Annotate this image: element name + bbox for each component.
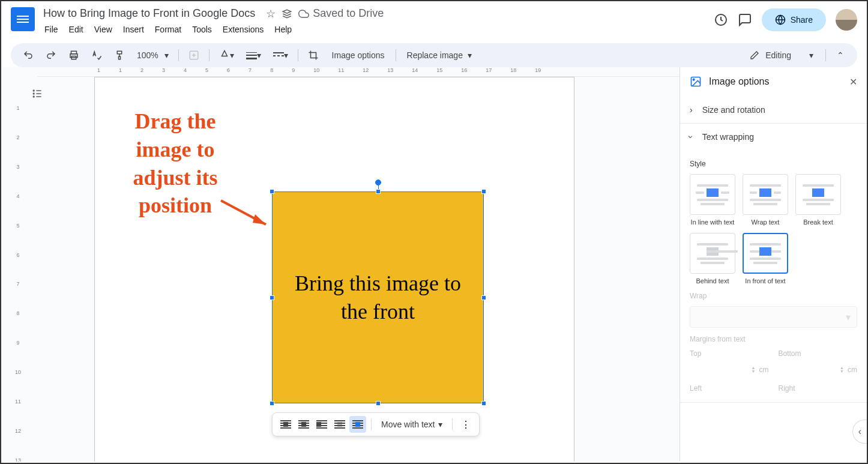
- svg-rect-12: [282, 55, 284, 56]
- style-infront[interactable]: [743, 233, 788, 274]
- in-front-of-text-button[interactable]: [349, 416, 366, 433]
- chevron-down-icon: ›: [686, 136, 696, 139]
- replace-image-button[interactable]: Replace image ▾: [401, 47, 478, 64]
- wrap-text-button[interactable]: [295, 416, 312, 433]
- toolbar: 100% ▾ ▾ ▾ ▾ Image options Replace image…: [11, 43, 857, 67]
- document-area: 112345678910111213141516171819 123456789…: [1, 67, 680, 462]
- redo-button[interactable]: [41, 46, 61, 64]
- resize-handle-t[interactable]: [376, 189, 381, 194]
- style-inline-label: In line with text: [691, 218, 735, 226]
- svg-rect-11: [277, 55, 280, 56]
- undo-button[interactable]: [18, 46, 38, 64]
- style-behind[interactable]: [690, 233, 735, 274]
- wrap-label: Wrap: [690, 292, 857, 300]
- more-options-button[interactable]: ⋮: [457, 416, 474, 433]
- size-rotation-section[interactable]: › Size and rotation: [680, 97, 867, 123]
- svg-point-19: [693, 79, 695, 80]
- spellcheck-button[interactable]: [86, 46, 107, 64]
- svg-point-13: [33, 90, 34, 91]
- history-icon[interactable]: [714, 13, 728, 27]
- chevron-right-icon: ›: [690, 105, 693, 115]
- collapse-toolbar-button[interactable]: ⌃: [831, 47, 850, 64]
- svg-rect-9: [273, 52, 284, 53]
- menu-edit[interactable]: Edit: [64, 22, 88, 37]
- break-text-button[interactable]: [313, 416, 330, 433]
- style-break-label: Break text: [803, 218, 833, 226]
- comments-icon[interactable]: [738, 13, 752, 27]
- margin-bottom-label: Bottom: [779, 349, 858, 358]
- editing-mode-dropdown[interactable]: Editing ▾: [743, 47, 821, 64]
- menu-extensions[interactable]: Extensions: [218, 22, 268, 37]
- svg-point-15: [33, 96, 34, 97]
- cloud-status[interactable]: Saved to Drive: [298, 7, 384, 20]
- svg-rect-8: [246, 58, 257, 59]
- style-label: Style: [690, 160, 857, 168]
- resize-handle-b[interactable]: [376, 401, 381, 406]
- close-sidebar-button[interactable]: ✕: [849, 76, 857, 88]
- zoom-dropdown[interactable]: 100% ▾: [132, 47, 173, 64]
- menu-file[interactable]: File: [40, 22, 63, 37]
- docs-app-icon[interactable]: [11, 7, 35, 31]
- margin-top-label: Top: [690, 349, 769, 358]
- share-label: Share: [791, 15, 813, 25]
- header: How to Bring Image to Front in Google Do…: [1, 1, 867, 40]
- crop-button[interactable]: [303, 46, 324, 64]
- menu-view[interactable]: View: [89, 22, 117, 37]
- margin-right-label: Right: [779, 384, 858, 393]
- resize-handle-bl[interactable]: [270, 401, 274, 406]
- margin-left-label: Left: [690, 384, 769, 393]
- menu-format[interactable]: Format: [150, 22, 186, 37]
- menu-bar: File Edit View Insert Format Tools Exten…: [40, 22, 714, 37]
- resize-handle-tr[interactable]: [481, 189, 486, 194]
- margin-bottom-input: ▲▼cm: [779, 361, 858, 378]
- image-floating-toolbar: Move with text ▾ ⋮: [272, 412, 480, 436]
- style-break[interactable]: [795, 174, 841, 215]
- move-with-text-dropdown[interactable]: Move with text ▾: [376, 420, 447, 429]
- svg-marker-17: [253, 214, 266, 224]
- annotation-arrow-icon: [218, 197, 278, 234]
- resize-handle-l[interactable]: [270, 295, 274, 300]
- svg-rect-6: [246, 52, 257, 53]
- vertical-ruler[interactable]: 12345678910111213: [13, 79, 23, 462]
- selected-image[interactable]: Bring this image to the front: [272, 191, 484, 403]
- svg-rect-10: [273, 55, 276, 56]
- border-weight-button[interactable]: ▾: [241, 47, 266, 64]
- border-color-button[interactable]: ▾: [214, 46, 239, 64]
- margins-label: Margins from text: [690, 335, 857, 343]
- resize-handle-r[interactable]: [481, 295, 486, 300]
- wrap-inline-button[interactable]: [277, 416, 294, 433]
- image-text: Bring this image to the front: [285, 270, 471, 326]
- style-inline[interactable]: [690, 174, 735, 215]
- text-wrapping-section[interactable]: › Text wrapping: [680, 124, 867, 150]
- border-dash-button[interactable]: ▾: [268, 47, 293, 64]
- image-icon: [690, 76, 702, 88]
- svg-rect-7: [246, 55, 257, 56]
- account-avatar[interactable]: [836, 9, 857, 31]
- menu-help[interactable]: Help: [270, 22, 297, 37]
- resize-handle-tl[interactable]: [270, 189, 274, 194]
- paint-format-button[interactable]: [109, 46, 130, 64]
- menu-tools[interactable]: Tools: [187, 22, 217, 37]
- share-button[interactable]: Share: [762, 8, 826, 31]
- star-icon[interactable]: ☆: [266, 7, 276, 20]
- style-wrap-label: Wrap text: [752, 218, 780, 226]
- menu-insert[interactable]: Insert: [118, 22, 149, 37]
- move-icon[interactable]: [282, 8, 292, 19]
- sidebar-title: Image options: [709, 76, 842, 87]
- add-comment-button[interactable]: [184, 46, 204, 64]
- wrap-dropdown: ▾: [690, 306, 857, 328]
- image-options-button[interactable]: Image options: [326, 47, 391, 64]
- margin-top-input: ▲▼cm: [690, 361, 769, 378]
- horizontal-ruler[interactable]: 112345678910111213141516171819: [37, 67, 680, 77]
- behind-text-button[interactable]: [331, 416, 348, 433]
- image-body[interactable]: Bring this image to the front: [272, 191, 484, 403]
- svg-point-14: [33, 93, 34, 94]
- print-button[interactable]: [64, 46, 84, 64]
- outline-button[interactable]: [29, 85, 46, 102]
- resize-handle-br[interactable]: [481, 401, 486, 406]
- style-behind-label: Behind text: [696, 277, 729, 285]
- image-options-sidebar: Image options ✕ › Size and rotation › Te…: [680, 67, 867, 462]
- style-wrap[interactable]: [743, 174, 788, 215]
- page[interactable]: Drag the image to adjust its position Br…: [94, 77, 574, 462]
- document-title[interactable]: How to Bring Image to Front in Google Do…: [40, 6, 259, 21]
